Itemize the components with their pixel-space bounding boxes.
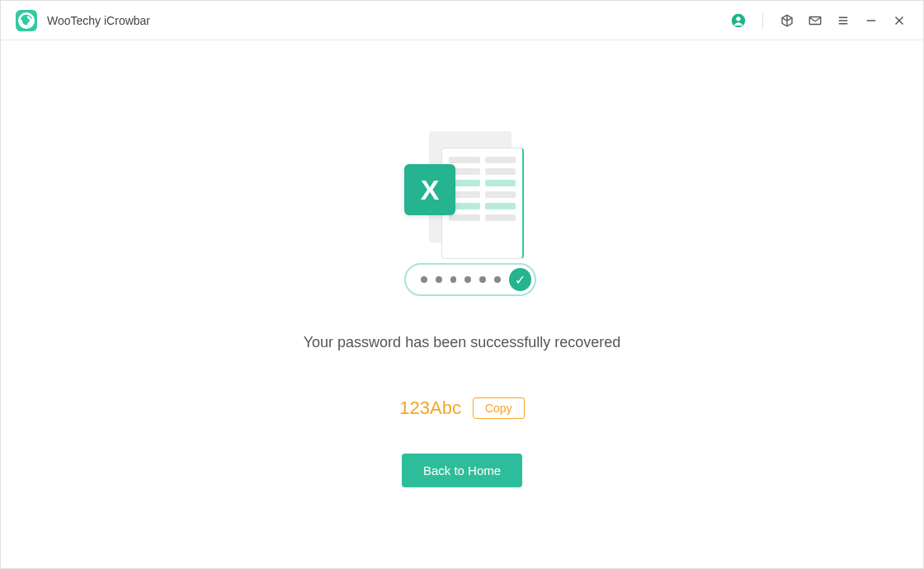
password-dot-icon xyxy=(450,276,457,283)
titlebar-divider xyxy=(762,12,763,29)
password-dot-icon xyxy=(436,276,442,283)
app-window: WooTechy iCrowbar xyxy=(0,0,924,569)
success-message: Your password has been successfully reco… xyxy=(304,334,621,351)
password-row: 123Abc Copy xyxy=(399,397,524,419)
app-title: WooTechy iCrowbar xyxy=(47,14,150,27)
password-dot-icon xyxy=(479,276,486,283)
password-pill-icon: ✓ xyxy=(404,263,536,296)
recovered-password: 123Abc xyxy=(399,397,461,419)
copy-button[interactable]: Copy xyxy=(473,397,525,419)
checkmark-icon: ✓ xyxy=(509,268,531,291)
close-icon[interactable] xyxy=(890,12,908,30)
password-dot-icon xyxy=(464,276,471,283)
svg-point-2 xyxy=(736,16,740,21)
account-icon[interactable] xyxy=(729,12,747,30)
minimize-icon[interactable] xyxy=(862,12,880,30)
success-illustration: X ✓ xyxy=(371,123,553,304)
menu-icon[interactable] xyxy=(834,12,852,30)
password-dot-icon xyxy=(494,276,501,283)
excel-badge-icon: X xyxy=(404,164,455,215)
back-to-home-button[interactable]: Back to Home xyxy=(402,454,522,487)
password-dot-icon xyxy=(421,276,427,283)
app-logo-icon xyxy=(16,10,37,31)
cube-icon[interactable] xyxy=(778,12,796,30)
main-content: X ✓ Your password has been successfully … xyxy=(1,40,923,568)
titlebar: WooTechy iCrowbar xyxy=(1,1,923,40)
mail-icon[interactable] xyxy=(806,12,824,30)
